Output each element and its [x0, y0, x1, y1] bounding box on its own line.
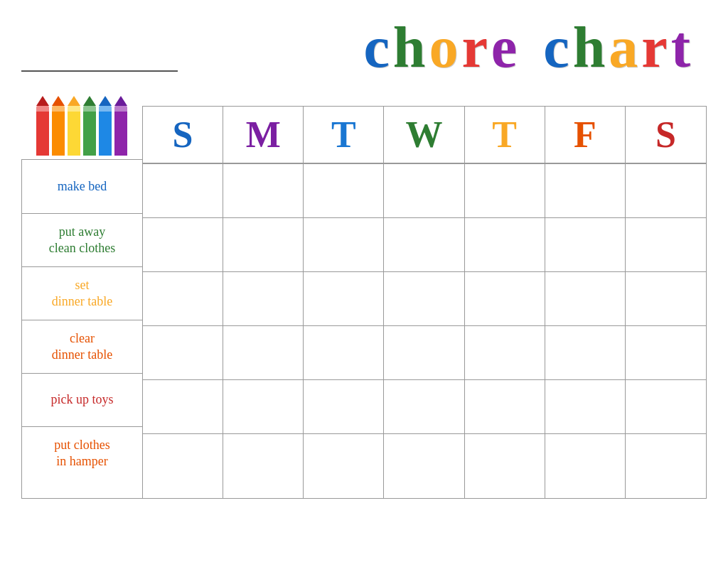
cell-pick-toys-fri[interactable]	[545, 380, 626, 433]
cell-put-away-wed[interactable]	[384, 218, 464, 271]
cell-set-dinner-wed[interactable]	[384, 272, 464, 325]
title-h: h	[393, 14, 428, 81]
name-line	[21, 50, 178, 72]
cell-pick-toys-tue[interactable]	[304, 380, 384, 433]
cell-pick-toys-sat[interactable]	[626, 380, 706, 433]
cell-clear-dinner-thu[interactable]	[465, 326, 545, 379]
crayon-yellow-band	[68, 106, 80, 112]
crayon-orange	[52, 96, 65, 156]
chore-pick-up-toys: pick up toys	[22, 373, 142, 426]
row-put-clothes	[143, 433, 706, 498]
cell-put-away-thu[interactable]	[465, 218, 545, 271]
cell-set-dinner-fri[interactable]	[545, 272, 626, 325]
crayon-red	[36, 96, 49, 156]
crayon-yellow-body	[68, 106, 80, 156]
crayon-red-band	[36, 106, 49, 112]
crayon-orange-tip	[52, 96, 65, 106]
title-a: a	[609, 14, 640, 81]
crayon-purple-band	[114, 106, 127, 112]
title-o1: o	[429, 14, 460, 81]
title-c: c	[363, 14, 391, 81]
cell-set-dinner-thu[interactable]	[465, 272, 545, 325]
day-sunday: S	[143, 107, 223, 163]
title-r2: r	[641, 14, 669, 81]
title-ch: c	[543, 14, 571, 81]
cell-put-clothes-mon[interactable]	[223, 434, 304, 498]
day-tuesday: T	[304, 107, 384, 163]
row-pick-up-toys	[143, 379, 706, 433]
days-header: S M T W T F S	[143, 107, 706, 163]
cell-put-clothes-sun[interactable]	[143, 434, 223, 498]
chore-labels: make bed put awayclean clothes setdinner…	[21, 159, 142, 499]
cell-make-bed-fri[interactable]	[545, 164, 626, 217]
chart-grid: S M T W T F S	[142, 106, 707, 499]
crayon-green-band	[83, 106, 96, 112]
day-monday: M	[223, 107, 304, 163]
crayon-header	[21, 102, 142, 159]
cell-make-bed-tue[interactable]	[304, 164, 384, 217]
row-make-bed	[143, 163, 706, 217]
title-r: r	[461, 14, 489, 81]
cell-clear-dinner-sun[interactable]	[143, 326, 223, 379]
crayon-green	[83, 96, 96, 156]
crayon-green-tip	[83, 96, 96, 106]
crayon-blue-tip	[99, 96, 112, 106]
crayon-yellow-tip	[68, 96, 80, 106]
chore-set-dinner: setdinner table	[22, 266, 142, 320]
cell-make-bed-mon[interactable]	[223, 164, 304, 217]
crayon-yellow	[68, 96, 80, 156]
cell-put-clothes-sat[interactable]	[626, 434, 706, 498]
row-set-dinner	[143, 271, 706, 325]
crayons	[36, 96, 127, 156]
cell-put-clothes-tue[interactable]	[304, 434, 384, 498]
row-clear-dinner	[143, 325, 706, 379]
cell-pick-toys-thu[interactable]	[465, 380, 545, 433]
cell-put-away-sat[interactable]	[626, 218, 706, 271]
cell-clear-dinner-fri[interactable]	[545, 326, 626, 379]
cell-put-away-fri[interactable]	[545, 218, 626, 271]
cell-make-bed-thu[interactable]	[465, 164, 545, 217]
title-ha: h	[573, 14, 608, 81]
chore-clear-dinner: cleardinner table	[22, 320, 142, 373]
cell-clear-dinner-wed[interactable]	[384, 326, 464, 379]
crayon-orange-band	[52, 106, 65, 112]
cell-set-dinner-tue[interactable]	[304, 272, 384, 325]
cell-put-clothes-fri[interactable]	[545, 434, 626, 498]
cell-put-away-mon[interactable]	[223, 218, 304, 271]
crayon-purple	[114, 96, 127, 156]
row-put-away	[143, 217, 706, 271]
header: chore chart	[21, 14, 707, 88]
chore-put-clothes: put clothesin hamper	[22, 426, 142, 480]
cell-clear-dinner-mon[interactable]	[223, 326, 304, 379]
crayon-blue-body	[99, 106, 112, 156]
chore-put-away: put awayclean clothes	[22, 213, 142, 266]
day-friday: F	[545, 107, 626, 163]
cell-set-dinner-sun[interactable]	[143, 272, 223, 325]
cell-make-bed-sat[interactable]	[626, 164, 706, 217]
cell-put-away-tue[interactable]	[304, 218, 384, 271]
cell-make-bed-sun[interactable]	[143, 164, 223, 217]
cell-pick-toys-sun[interactable]	[143, 380, 223, 433]
cell-clear-dinner-sat[interactable]	[626, 326, 706, 379]
cell-set-dinner-mon[interactable]	[223, 272, 304, 325]
title-e1: e	[491, 14, 519, 81]
crayon-orange-body	[52, 106, 65, 156]
crayon-purple-tip	[114, 96, 127, 106]
cell-put-away-sun[interactable]	[143, 218, 223, 271]
cell-clear-dinner-tue[interactable]	[304, 326, 384, 379]
cell-pick-toys-wed[interactable]	[384, 380, 464, 433]
title-t: t	[671, 14, 692, 81]
cell-pick-toys-mon[interactable]	[223, 380, 304, 433]
crayon-red-body	[36, 106, 49, 156]
chart-title: chore chart	[363, 14, 692, 81]
day-saturday: S	[626, 107, 706, 163]
cell-make-bed-wed[interactable]	[384, 164, 464, 217]
cell-set-dinner-sat[interactable]	[626, 272, 706, 325]
crayon-green-body	[83, 106, 96, 156]
main-content: make bed put awayclean clothes setdinner…	[21, 102, 707, 499]
crayon-purple-body	[114, 106, 127, 156]
chore-make-bed: make bed	[22, 160, 142, 213]
cell-put-clothes-thu[interactable]	[465, 434, 545, 498]
cell-put-clothes-wed[interactable]	[384, 434, 464, 498]
title-space	[520, 14, 542, 81]
